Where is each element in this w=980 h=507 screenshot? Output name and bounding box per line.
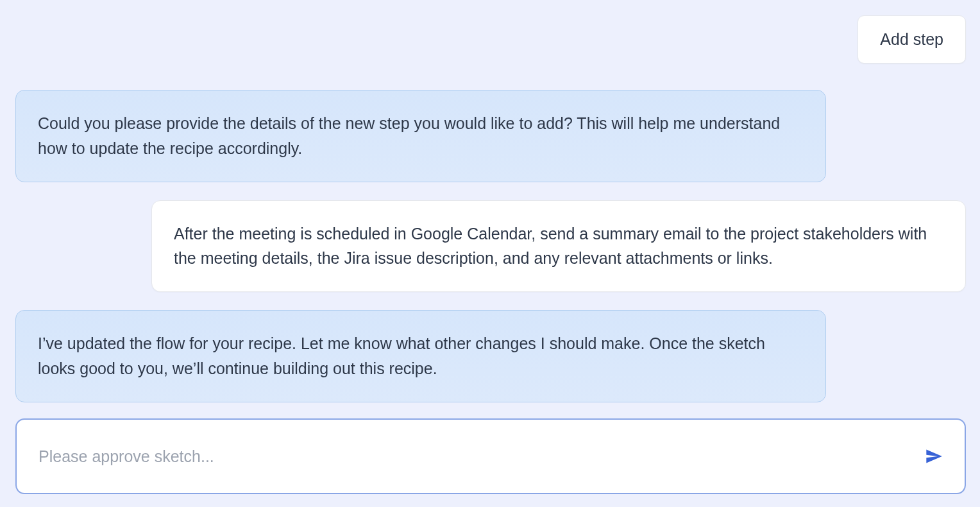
input-area [15, 418, 966, 494]
message-input[interactable] [38, 447, 920, 466]
assistant-message: I’ve updated the flow for your recipe. L… [15, 310, 826, 402]
chat-container: Could you please provide the details of … [15, 90, 966, 402]
user-message: After the meeting is scheduled in Google… [151, 200, 966, 293]
add-step-button[interactable]: Add step [858, 15, 966, 64]
send-button[interactable] [920, 442, 948, 470]
send-icon [925, 447, 943, 465]
assistant-message: Could you please provide the details of … [15, 90, 826, 182]
